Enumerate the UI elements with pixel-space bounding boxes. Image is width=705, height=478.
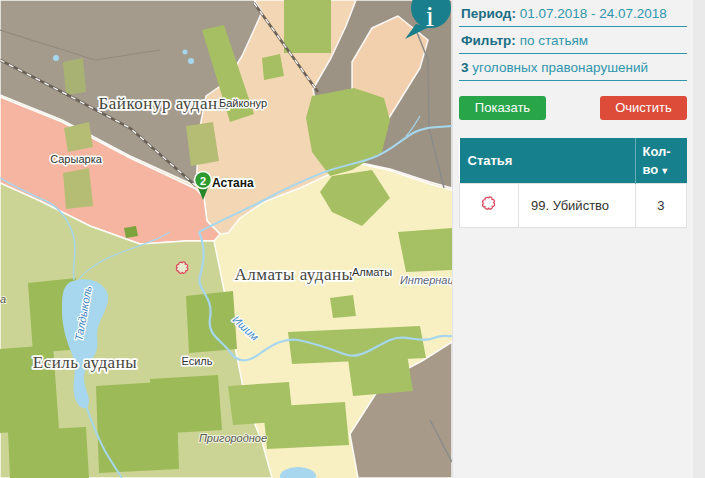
scrollbar-track[interactable] <box>693 0 705 478</box>
article-icon-cell <box>460 184 519 228</box>
show-button[interactable]: Показать <box>459 96 546 120</box>
period-label: Период: <box>461 6 516 21</box>
district-label-baikonur: Байконур ауданы <box>99 94 230 113</box>
crime-map[interactable]: Байконур ауданы Байконур Сарыарка Алматы… <box>0 0 452 478</box>
action-buttons: Показать Очистить <box>459 96 687 120</box>
article-count: 3 <box>635 184 687 228</box>
statistics-table: Статья Кол-во▼ 99. Убийство 3 <box>459 138 687 228</box>
violations-text: уголовных правонарушений <box>472 60 648 75</box>
marker-count: 2 <box>200 175 206 187</box>
crime-splat-icon <box>480 195 498 213</box>
clear-button[interactable]: Очистить <box>600 96 687 120</box>
place-label-baikonur: Байконур <box>219 97 267 109</box>
place-label-internatsionalnoe: Интернацио <box>400 274 452 286</box>
place-label-prigorodnoe: Пригородное <box>199 432 267 444</box>
district-label-esil: Есиль ауданы <box>33 353 137 372</box>
article-name: 99. Убийство <box>519 184 636 228</box>
filter-panel: Период: 01.07.2018 - 24.07.2018 Фильтр: … <box>452 0 705 478</box>
period-value: 01.07.2018 - 24.07.2018 <box>520 6 667 21</box>
info-icon: i <box>426 0 434 32</box>
period-row: Период: 01.07.2018 - 24.07.2018 <box>459 0 687 27</box>
filter-label: Фильтр: <box>461 33 516 48</box>
table-header-count[interactable]: Кол-во▼ <box>635 138 687 184</box>
violations-count: 3 <box>461 60 469 75</box>
sort-desc-icon[interactable]: ▼ <box>660 166 669 176</box>
city-label-astana: Астана <box>212 176 254 190</box>
place-label-almaty: Алматы <box>352 266 392 278</box>
filter-row: Фильтр: по статьям <box>459 27 687 54</box>
district-label-almaty: Алматы ауданы <box>235 265 354 284</box>
table-row[interactable]: 99. Убийство 3 <box>460 184 687 228</box>
table-header-row: Статья Кол-во▼ <box>460 138 687 184</box>
summary-row: 3 уголовных правонарушений <box>459 54 687 81</box>
place-label-esil: Есиль <box>181 355 212 367</box>
edge-cutoff-label: а <box>0 293 6 305</box>
filter-value: по статьям <box>520 33 588 48</box>
place-label-saryarka: Сарыарка <box>50 153 102 165</box>
crime-splat-map-marker[interactable] <box>176 262 187 273</box>
table-header-article[interactable]: Статья <box>460 138 636 184</box>
